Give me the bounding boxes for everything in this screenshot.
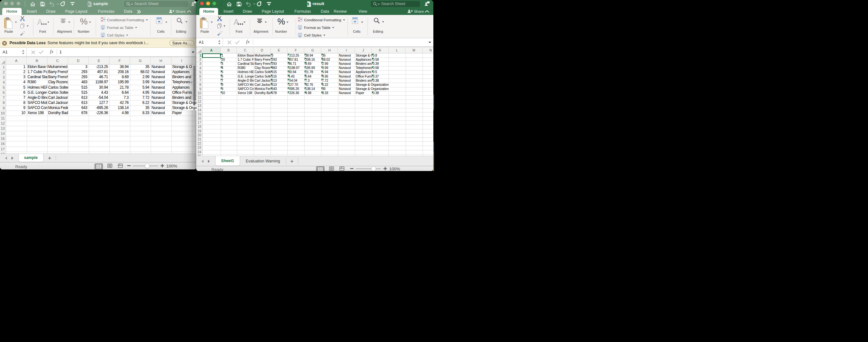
cell[interactable]: Muhammed MacIntyre	[255, 54, 271, 58]
cell[interactable]: 1	[221, 54, 237, 58]
vertical-scrollbar[interactable]	[193, 65, 195, 105]
cell[interactable]: Xerox 198	[238, 91, 254, 95]
tab-insert[interactable]: Insert	[27, 8, 37, 15]
sheet-next-icon[interactable]	[208, 160, 210, 163]
cut-icon[interactable]	[217, 16, 222, 21]
view-page-break-button[interactable]	[340, 166, 344, 171]
paste-dropdown-arrow[interactable]	[15, 22, 17, 23]
zoom-slider-track[interactable]	[356, 168, 381, 169]
cell[interactable]: 195.99	[305, 66, 321, 70]
cell[interactable]: -54.04	[288, 79, 304, 83]
cell[interactable]: 4.43	[288, 75, 304, 79]
font-button-icon[interactable]: A	[37, 18, 47, 26]
cell[interactable]: Barry French	[48, 75, 68, 80]
cell[interactable]: 20	[221, 58, 237, 62]
cell-styles-icon[interactable]	[101, 33, 105, 37]
column-header-H[interactable]: H	[151, 57, 172, 65]
column-header-F[interactable]: F	[287, 48, 304, 54]
cell[interactable]: 2.99	[130, 75, 149, 80]
cell[interactable]: Nunavut	[339, 91, 355, 95]
cell[interactable]: R380	[238, 66, 254, 70]
cell[interactable]: SAFCO Mobile Desk Side File, Wire Frame	[28, 100, 48, 105]
paste-button-icon[interactable]	[200, 17, 209, 29]
format-as-table-dropdown-arrow[interactable]	[332, 27, 334, 28]
row-header-19[interactable]: 19	[196, 129, 201, 133]
cell[interactable]: 4	[221, 66, 237, 70]
column-header-M[interactable]: M	[406, 48, 423, 54]
view-page-break-button[interactable]	[118, 164, 123, 168]
cell[interactable]: 30.94	[89, 85, 108, 90]
undo-dropdown-arrow[interactable]	[253, 3, 255, 5]
row-header-5[interactable]: 5	[196, 70, 201, 74]
home-icon[interactable]	[227, 2, 232, 7]
tab-draw[interactable]: Draw	[46, 8, 55, 15]
cell[interactable]: 3.99	[322, 66, 338, 70]
column-header-I[interactable]: I	[338, 48, 355, 54]
cell[interactable]: Binders and Binder Accessories	[172, 95, 192, 100]
cell[interactable]: 4.43	[89, 90, 108, 95]
cell[interactable]: Carl Jackson	[48, 95, 68, 100]
cell[interactable]: Appliances	[172, 70, 192, 74]
cell[interactable]: G.E. Longer-Life Indoor Recessed Floodli…	[238, 75, 254, 79]
cell[interactable]: 6	[6, 90, 25, 95]
cell[interactable]: 0.58	[373, 58, 389, 62]
cell[interactable]: 42.76	[110, 100, 129, 105]
row-header-8[interactable]: 8	[196, 83, 201, 87]
cell[interactable]: 643	[272, 87, 287, 91]
save-as-button[interactable]: Save As…	[169, 40, 194, 46]
cell-styles-dropdown-arrow[interactable]	[323, 35, 325, 36]
cell[interactable]: Nunavut	[152, 95, 172, 100]
cell[interactable]: 613	[68, 95, 87, 100]
editing-button-icon[interactable]	[177, 18, 183, 24]
cell[interactable]: 4.95	[130, 90, 149, 95]
cell[interactable]: 5.94	[130, 85, 149, 90]
cell[interactable]: Appliances	[356, 58, 372, 62]
cell[interactable]: 38.94	[305, 54, 321, 58]
cell[interactable]: Nunavut	[152, 70, 172, 74]
cell[interactable]: Holmes HEPA Air Purifier	[28, 85, 48, 90]
row-header-3[interactable]: 3	[196, 62, 201, 66]
column-header-I[interactable]: I	[172, 57, 192, 65]
cell[interactable]: 35	[130, 105, 149, 110]
number-button-icon[interactable]: %	[277, 17, 285, 26]
row-header-17[interactable]: 17	[196, 121, 201, 125]
fx-icon[interactable]: fx	[246, 39, 250, 44]
cell[interactable]: Appliances	[172, 85, 192, 90]
cell[interactable]: 678	[68, 111, 87, 115]
cell[interactable]: 8	[6, 100, 25, 105]
sheet-tab-sample[interactable]: sample	[19, 154, 43, 162]
row-header-5[interactable]: 5	[0, 85, 5, 90]
cell[interactable]: 1198.97	[89, 80, 108, 85]
cell[interactable]: 293	[68, 75, 87, 80]
zoom-out-button[interactable]	[350, 168, 353, 169]
row-header-4[interactable]: 4	[0, 80, 5, 85]
collapse-ribbon-icon[interactable]	[425, 10, 429, 13]
tab-page-layout[interactable]: Page Layout	[262, 8, 284, 15]
search-field[interactable]: Search Sheet	[371, 1, 420, 7]
cell[interactable]: 21.78	[110, 85, 129, 90]
cell[interactable]: 4	[6, 80, 25, 85]
cell[interactable]: Nunavut	[339, 58, 355, 62]
tab-insert[interactable]: Insert	[223, 8, 234, 15]
cell[interactable]: Eldon Base for stackable storage shelf, …	[28, 64, 48, 69]
cell[interactable]: Clay Rozendal	[48, 80, 68, 85]
cell[interactable]: Nunavut	[152, 80, 172, 85]
cell[interactable]: Angle-D Binders with Locking Rings, Labe…	[238, 79, 254, 83]
cell[interactable]: 195.99	[110, 80, 129, 85]
column-header-B[interactable]: B	[221, 48, 237, 54]
formula-bar-expand-arrow[interactable]	[429, 42, 431, 43]
cell[interactable]: R380	[28, 80, 48, 85]
cell[interactable]: Paper	[356, 91, 372, 95]
cell[interactable]: 0.37	[373, 75, 389, 79]
undo-icon[interactable]	[246, 2, 251, 7]
save-icon[interactable]	[237, 2, 242, 7]
cell[interactable]: Monica Federle	[48, 105, 68, 110]
view-page-layout-button[interactable]	[329, 166, 334, 171]
format-as-table-icon[interactable]	[298, 25, 302, 30]
zoom-out-button[interactable]	[127, 165, 131, 166]
cell[interactable]: Storage & Organization	[172, 105, 196, 110]
cells-button-icon[interactable]	[352, 17, 358, 24]
cell[interactable]: Monica Federle	[255, 87, 271, 91]
name-box-stepper[interactable]	[218, 40, 221, 45]
format-painter-icon[interactable]	[217, 31, 222, 36]
